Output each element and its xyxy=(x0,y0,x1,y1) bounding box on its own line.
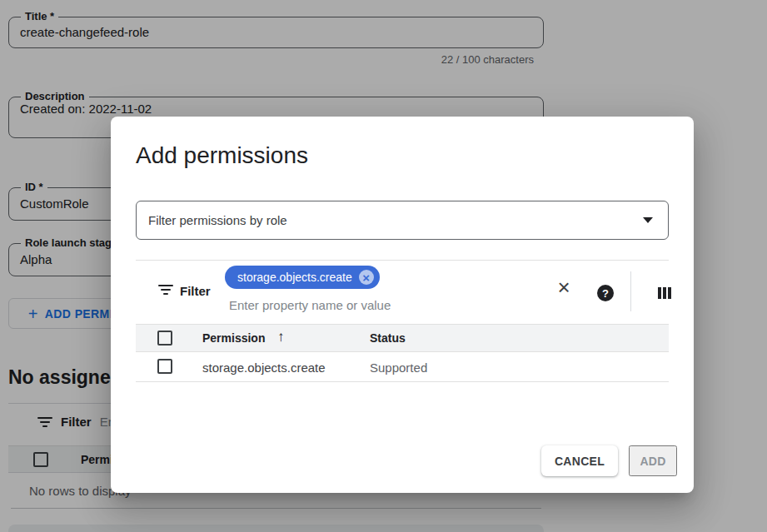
select-all-checkbox[interactable] xyxy=(157,331,172,346)
row-checkbox[interactable] xyxy=(157,359,172,374)
permission-column-header[interactable]: Permission xyxy=(202,331,265,345)
add-permissions-dialog: Add permissions Filter permissions by ro… xyxy=(111,117,694,493)
dialog-filter-input[interactable]: Enter property name or value xyxy=(229,298,391,312)
permission-cell: storage.objects.create xyxy=(202,360,326,375)
add-button[interactable]: ADD xyxy=(629,445,677,476)
filter-chip[interactable]: storage.objects.create × xyxy=(225,266,380,289)
dialog-title: Add permissions xyxy=(136,142,308,169)
filter-icon xyxy=(158,285,173,295)
dialog-filter-label: Filter xyxy=(180,284,211,298)
toolbar-divider xyxy=(630,271,631,311)
status-column-header[interactable]: Status xyxy=(370,331,406,345)
table-row[interactable]: storage.objects.create Supported xyxy=(136,352,669,382)
role-select-placeholder: Filter permissions by role xyxy=(148,213,643,227)
clear-filters-icon[interactable]: × xyxy=(553,276,575,298)
column-display-options-icon[interactable] xyxy=(658,287,671,299)
chevron-down-icon xyxy=(643,217,653,223)
status-cell: Supported xyxy=(370,360,427,375)
filter-permissions-by-role-select[interactable]: Filter permissions by role xyxy=(136,201,669,240)
dialog-table-header: Permission ↑ Status xyxy=(136,324,669,352)
dialog-filter-toolbar: Filter storage.objects.create × Enter pr… xyxy=(136,260,669,322)
filter-chip-text: storage.objects.create xyxy=(237,271,352,284)
cancel-button[interactable]: CANCEL xyxy=(541,445,618,476)
help-icon[interactable]: ? xyxy=(597,285,614,301)
sort-ascending-icon[interactable]: ↑ xyxy=(277,329,285,346)
remove-chip-icon[interactable]: × xyxy=(359,270,374,285)
